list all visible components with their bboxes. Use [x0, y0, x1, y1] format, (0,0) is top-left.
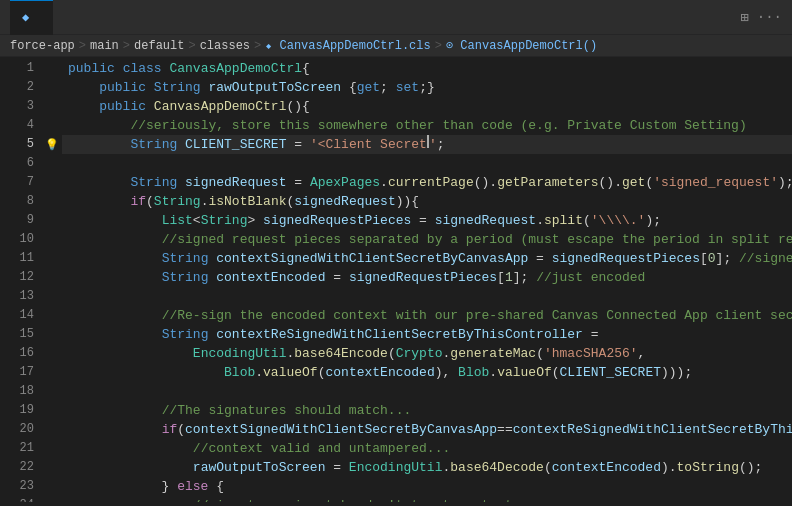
code-line-15: String contextReSignedWithClientSecretBy…: [62, 325, 792, 344]
code-line-22: rawOutputToScreen = EncodingUtil.base64D…: [62, 458, 792, 477]
gutter-12: [42, 268, 62, 287]
gutter-8: [42, 192, 62, 211]
ln-23: 23: [14, 477, 34, 496]
gutter-15: [42, 325, 62, 344]
code-line-19: //The signatures should match...: [62, 401, 792, 420]
ln-11: 11: [14, 249, 34, 268]
editor-tab[interactable]: ◆: [10, 0, 53, 35]
breadcrumb: force-app > main > default > classes > ⬥…: [0, 35, 792, 57]
ln-5: 5: [14, 135, 34, 154]
ln-21: 21: [14, 439, 34, 458]
gutter-1: [42, 59, 62, 78]
ln-12: 12: [14, 268, 34, 287]
ln-13: 13: [14, 287, 34, 306]
ln-4: 4: [14, 116, 34, 135]
ln-18: 18: [14, 382, 34, 401]
ln-15: 15: [14, 325, 34, 344]
gutter-2: [42, 78, 62, 97]
code-line-11: String contextSignedWithClientSecretByCa…: [62, 249, 792, 268]
code-line-4: //seriously, store this somewhere other …: [62, 116, 792, 135]
gutter-3: [42, 97, 62, 116]
code-line-10: //signed request pieces separated by a p…: [62, 230, 792, 249]
line-numbers: 1 2 3 4 5 6 7 8 9 10 11 12 13 14 15 16 1…: [0, 57, 42, 502]
ln-2: 2: [14, 78, 34, 97]
ln-6: 6: [14, 154, 34, 173]
code-line-13: [62, 287, 792, 306]
gutter-17: [42, 363, 62, 382]
code-line-23: } else {: [62, 477, 792, 496]
gutter-22: [42, 458, 62, 477]
code-content[interactable]: public class CanvasAppDemoCtrl{ public S…: [62, 57, 792, 502]
breadcrumb-force-app[interactable]: force-app: [10, 39, 75, 53]
code-line-3: public CanvasAppDemoCtrl(){: [62, 97, 792, 116]
code-line-21: //context valid and untampered...: [62, 439, 792, 458]
gutter-18: [42, 382, 62, 401]
ln-1: 1: [14, 59, 34, 78]
gutter-7: [42, 173, 62, 192]
gutter-21: [42, 439, 62, 458]
code-line-6: [62, 154, 792, 173]
ln-7: 7: [14, 173, 34, 192]
code-line-9: List<String> signedRequestPieces = signe…: [62, 211, 792, 230]
gutter: 💡: [42, 57, 62, 502]
ln-10: 10: [14, 230, 34, 249]
gutter-13: [42, 287, 62, 306]
code-line-8: if(String.isNotBlank(signedRequest)){: [62, 192, 792, 211]
gutter-20: [42, 420, 62, 439]
gutter-4: [42, 116, 62, 135]
gutter-11: [42, 249, 62, 268]
ln-20: 20: [14, 420, 34, 439]
ln-19: 19: [14, 401, 34, 420]
ln-22: 22: [14, 458, 34, 477]
code-line-24: //signature mismatch. don't trust contex…: [62, 496, 792, 502]
editor: 1 2 3 4 5 6 7 8 9 10 11 12 13 14 15 16 1…: [0, 57, 792, 502]
code-line-16: EncodingUtil.base64Encode(Crypto.generat…: [62, 344, 792, 363]
tab-file-icon: ◆: [22, 10, 29, 25]
code-line-14: //Re-sign the encoded context with our p…: [62, 306, 792, 325]
more-actions-icon[interactable]: ···: [757, 9, 782, 25]
code-line-17: Blob.valueOf(contextEncoded), Blob.value…: [62, 363, 792, 382]
ln-17: 17: [14, 363, 34, 382]
code-line-12: String contextEncoded = signedRequestPie…: [62, 268, 792, 287]
title-bar-actions: ⊞ ···: [740, 9, 782, 26]
code-line-2: public String rawOutputToScreen {get; se…: [62, 78, 792, 97]
breadcrumb-default[interactable]: default: [134, 39, 184, 53]
breadcrumb-file[interactable]: ⬥ CanvasAppDemoCtrl.cls: [265, 39, 430, 53]
gutter-16: [42, 344, 62, 363]
ln-8: 8: [14, 192, 34, 211]
gutter-23: [42, 477, 62, 496]
gutter-10: [42, 230, 62, 249]
ln-9: 9: [14, 211, 34, 230]
ln-14: 14: [14, 306, 34, 325]
gutter-14: [42, 306, 62, 325]
ln-24: 24: [14, 496, 34, 502]
breadcrumb-method[interactable]: ⊙ CanvasAppDemoCtrl(): [446, 38, 597, 53]
code-line-5: String CLIENT_SECRET = '<Client Secret';: [62, 135, 792, 154]
title-bar: ◆ ⊞ ···: [0, 0, 792, 35]
gutter-19: [42, 401, 62, 420]
breadcrumb-main[interactable]: main: [90, 39, 119, 53]
ln-3: 3: [14, 97, 34, 116]
code-line-20: if(contextSignedWithClientSecretByCanvas…: [62, 420, 792, 439]
gutter-24: [42, 496, 62, 502]
code-line-18: [62, 382, 792, 401]
code-line-1: public class CanvasAppDemoCtrl{: [62, 59, 792, 78]
lightbulb-icon[interactable]: 💡: [42, 135, 62, 154]
breadcrumb-classes[interactable]: classes: [200, 39, 250, 53]
code-line-7: String signedRequest = ApexPages.current…: [62, 173, 792, 192]
gutter-9: [42, 211, 62, 230]
split-editor-icon[interactable]: ⊞: [740, 9, 748, 26]
gutter-6: [42, 154, 62, 173]
ln-16: 16: [14, 344, 34, 363]
